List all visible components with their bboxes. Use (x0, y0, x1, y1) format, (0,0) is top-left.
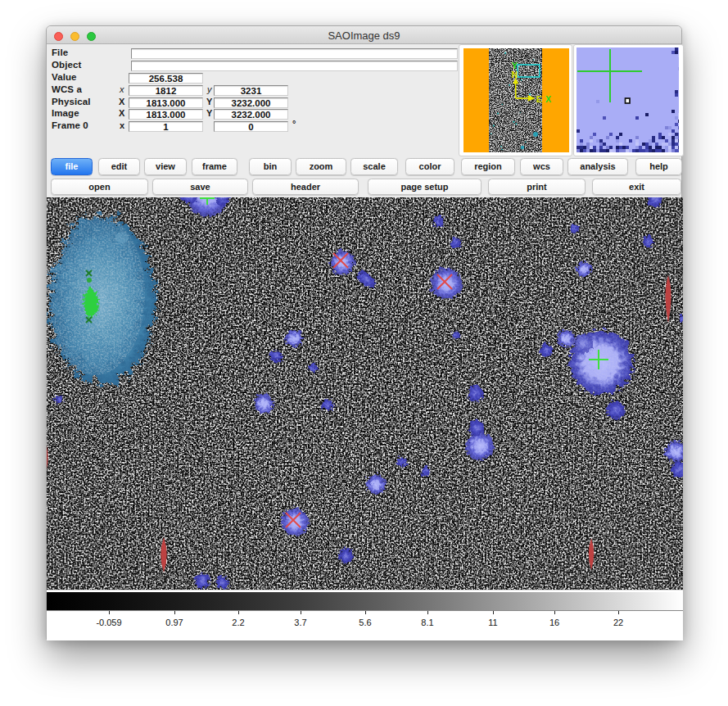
svg-text:X: X (545, 94, 551, 104)
svg-text:N: N (512, 70, 518, 79)
svg-text:E: E (536, 94, 542, 104)
